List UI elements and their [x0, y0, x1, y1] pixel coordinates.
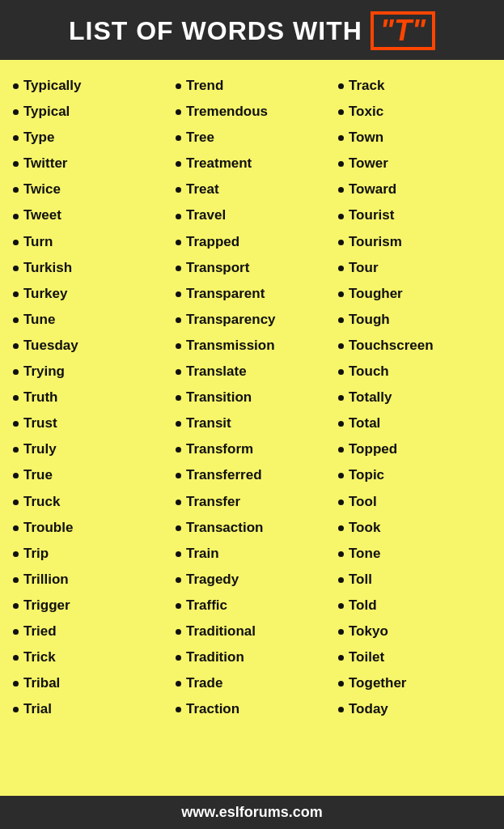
list-item: Told — [337, 593, 493, 619]
list-item: Together — [337, 670, 493, 696]
word-label: Tool — [349, 493, 377, 511]
list-item: Touchscreen — [337, 333, 493, 359]
bullet-icon — [338, 369, 344, 375]
bullet-icon — [338, 525, 344, 531]
list-item: Twitter — [11, 151, 167, 176]
list-item: Treatment — [174, 151, 330, 176]
bullet-icon — [176, 240, 181, 245]
word-label: Turkey — [23, 285, 68, 303]
word-label: Tried — [23, 623, 57, 640]
word-label: Truck — [23, 493, 60, 511]
bullet-icon — [338, 681, 344, 687]
list-item: Tower — [337, 151, 493, 176]
word-label: Tweet — [23, 206, 61, 224]
list-item: Truth — [11, 385, 167, 410]
list-item: Treat — [174, 176, 330, 202]
word-label: Transaction — [186, 519, 263, 537]
list-item: Tourism — [337, 229, 493, 255]
list-item: Topped — [337, 436, 493, 462]
bullet-icon — [13, 395, 19, 401]
word-label: Tuesday — [23, 337, 78, 355]
bullet-icon — [13, 343, 19, 349]
bullet-icon — [13, 369, 19, 375]
word-label: Travel — [186, 206, 226, 224]
list-item: Transferred — [174, 462, 330, 488]
list-item: Tremendous — [174, 99, 330, 125]
bullet-icon — [176, 395, 181, 401]
word-label: Today — [349, 700, 388, 718]
word-label: Tradition — [186, 648, 244, 666]
list-item: Transparent — [174, 281, 330, 307]
list-item: Tuesday — [11, 333, 167, 359]
bullet-icon — [338, 707, 344, 712]
bullet-icon — [176, 629, 181, 635]
list-item: Track — [337, 73, 493, 99]
header-title: LIST OF WORDS WITH — [69, 16, 362, 46]
bullet-icon — [13, 655, 19, 661]
word-label: Totally — [349, 389, 392, 406]
word-label: Topic — [349, 466, 384, 484]
word-label: Trying — [23, 363, 65, 380]
bullet-icon — [338, 629, 344, 635]
list-item: Totally — [337, 385, 493, 410]
list-item: Tour — [337, 255, 493, 281]
bullet-icon — [13, 240, 19, 245]
list-item: Tradition — [174, 644, 330, 670]
bullet-icon — [176, 266, 181, 271]
word-label: Treat — [186, 181, 219, 198]
bullet-icon — [176, 707, 181, 712]
list-item: Tune — [11, 307, 167, 333]
list-item: Traditional — [174, 619, 330, 644]
word-label: Typical — [23, 103, 70, 121]
bullet-icon — [338, 421, 344, 427]
bullet-icon — [176, 369, 181, 375]
word-label: Traction — [186, 700, 239, 718]
word-label: Tree — [186, 129, 214, 147]
word-label: Transport — [186, 259, 249, 277]
list-item: Tried — [11, 619, 167, 644]
bullet-icon — [338, 317, 344, 323]
list-item: Trapped — [174, 229, 330, 255]
list-item: Twice — [11, 176, 167, 202]
word-label: Toward — [349, 181, 396, 198]
bullet-icon — [176, 655, 181, 661]
list-item: Toward — [337, 176, 493, 202]
bullet-icon — [176, 83, 181, 89]
list-item: Transform — [174, 436, 330, 462]
list-item: Train — [174, 541, 330, 567]
list-item: Town — [337, 125, 493, 151]
bullet-icon — [338, 577, 344, 583]
bullet-icon — [338, 603, 344, 609]
list-item: Tourist — [337, 202, 493, 228]
bullet-icon — [13, 421, 19, 427]
list-item: Transaction — [174, 515, 330, 541]
word-label: Translate — [186, 363, 247, 380]
word-label: True — [23, 466, 53, 484]
word-label: Train — [186, 545, 219, 563]
bullet-icon — [176, 135, 181, 141]
bullet-icon — [13, 109, 19, 115]
bullet-icon — [176, 343, 181, 349]
word-label: Trick — [23, 648, 56, 666]
bullet-icon — [13, 473, 19, 478]
bullet-icon — [13, 681, 19, 687]
word-label: Transparent — [186, 285, 265, 303]
word-label: Transmission — [186, 337, 275, 355]
bullet-icon — [13, 525, 19, 531]
list-item: Touch — [337, 359, 493, 385]
bullet-icon — [176, 681, 181, 687]
bullet-icon — [13, 551, 19, 557]
word-label: Trip — [23, 545, 49, 563]
bullet-icon — [176, 421, 181, 427]
word-label: Total — [349, 414, 380, 432]
bullet-icon — [176, 473, 181, 478]
word-label: Tragedy — [186, 571, 239, 589]
list-item: Trillion — [11, 567, 167, 593]
word-label: Twice — [23, 181, 61, 198]
bullet-icon — [13, 291, 19, 297]
word-label: Trust — [23, 414, 57, 432]
word-label: Trial — [23, 700, 52, 718]
footer: www.eslforums.com — [0, 796, 504, 829]
list-item: Trigger — [11, 593, 167, 619]
bullet-icon — [338, 135, 344, 141]
